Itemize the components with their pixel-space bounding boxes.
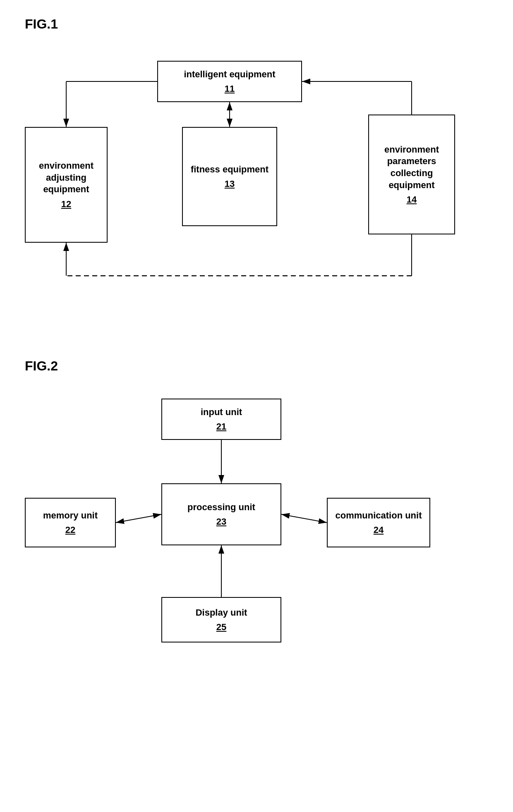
svg-line-14	[116, 514, 161, 523]
fig1-arrows	[25, 44, 480, 334]
fig2-label: FIG.2	[25, 358, 488, 374]
svg-line-15	[281, 514, 327, 523]
fig2-arrows	[25, 386, 480, 676]
fig1-label: FIG.1	[25, 17, 488, 32]
fig2-diagram: input unit 21 memory unit 22 processing …	[25, 386, 480, 676]
fig1-diagram: intelligent equipment 11 environment adj…	[25, 44, 480, 334]
